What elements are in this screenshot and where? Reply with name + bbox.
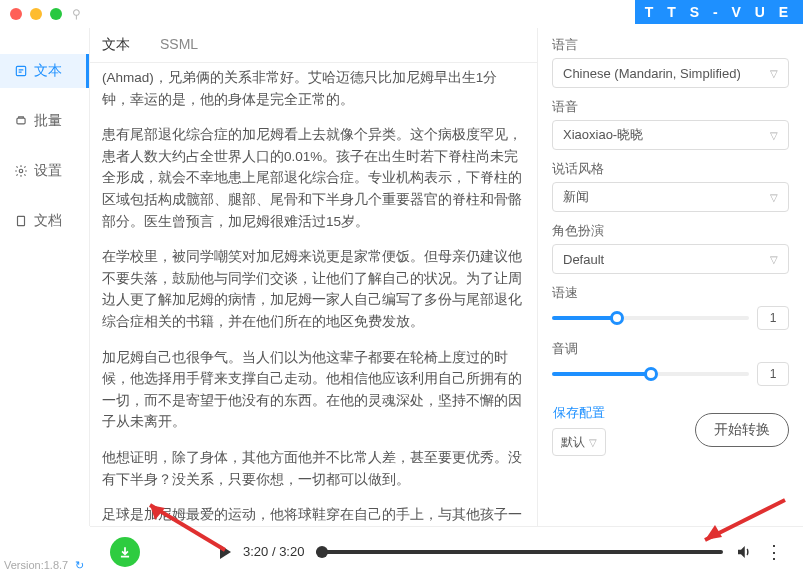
role-value: Default [563,252,604,267]
svg-point-2 [19,169,23,173]
pitch-label: 音调 [552,340,789,358]
text-editor[interactable]: (Ahmad)，兄弟俩的关系非常好。艾哈迈德只比加尼姆早出生1分钟，幸运的是，他… [90,63,537,526]
sidebar-item-label: 文档 [34,212,62,230]
style-select[interactable]: 新闻 ▽ [552,182,789,212]
role-label: 角色扮演 [552,222,789,240]
volume-button[interactable] [735,543,753,561]
speed-label: 语速 [552,284,789,302]
pitch-slider[interactable] [552,372,749,376]
role-select[interactable]: Default ▽ [552,244,789,274]
language-label: 语言 [552,36,789,54]
voice-value: Xiaoxiao-晓晓 [563,126,643,144]
tab-ssml[interactable]: SSML [160,36,198,54]
voice-label: 语音 [552,98,789,116]
sidebar-item-batch[interactable]: 批量 [0,104,89,138]
maximize-window[interactable] [50,8,62,20]
paragraph: 患有尾部退化综合症的加尼姆看上去就像个异类。这个病极度罕见，患者人数大约占全世界… [102,124,525,232]
batch-icon [14,114,28,128]
start-convert-button[interactable]: 开始转换 [695,413,789,447]
pin-icon[interactable]: ⚲ [72,7,81,21]
sidebar-item-label: 设置 [34,162,62,180]
style-label: 说话风格 [552,160,789,178]
speed-slider[interactable] [552,316,749,320]
pitch-value[interactable]: 1 [757,362,789,386]
speed-value[interactable]: 1 [757,306,789,330]
chevron-down-icon: ▽ [770,254,778,265]
style-value: 新闻 [563,188,589,206]
paragraph: 在学校里，被同学嘲笑对加尼姆来说更是家常便饭。但母亲仍建议他不要失落，鼓励他与同… [102,246,525,332]
language-select[interactable]: Chinese (Mandarin, Simplified) ▽ [552,58,789,88]
download-button[interactable] [110,537,140,567]
chevron-down-icon: ▽ [589,437,597,448]
preset-select[interactable]: 默认 ▽ [552,428,606,456]
more-menu[interactable]: ⋮ [765,541,783,563]
docs-icon [14,214,28,228]
app-brand: T T S - V U E [635,0,803,24]
version-label: Version:1.8.7 [4,559,68,571]
sidebar-item-text[interactable]: 文本 [0,54,89,88]
sidebar-item-label: 批量 [34,112,62,130]
svg-rect-3 [18,216,25,225]
close-window[interactable] [10,8,22,20]
voice-select[interactable]: Xiaoxiao-晓晓 ▽ [552,120,789,150]
save-config-link[interactable]: 保存配置 [552,404,606,422]
gear-icon [14,164,28,178]
tab-text[interactable]: 文本 [102,36,130,54]
paragraph: 足球是加尼姆最爱的运动，他将球鞋穿在自己的手上，与其他孩子一起踢球。潜水、滑板、… [102,504,525,526]
chevron-down-icon: ▽ [770,130,778,141]
sidebar-item-label: 文本 [34,62,62,80]
text-icon [14,64,28,78]
play-button[interactable] [220,545,231,559]
chevron-down-icon: ▽ [770,68,778,79]
sidebar-item-docs[interactable]: 文档 [0,204,89,238]
language-value: Chinese (Mandarin, Simplified) [563,66,741,81]
player-time: 3:20 / 3:20 [243,544,304,559]
paragraph: 他想证明，除了身体，其他方面他并不比常人差，甚至要更优秀。没有下半身？没关系，只… [102,447,525,490]
sidebar-item-settings[interactable]: 设置 [0,154,89,188]
minimize-window[interactable] [30,8,42,20]
chevron-down-icon: ▽ [770,192,778,203]
refresh-icon[interactable]: ↻ [75,559,84,571]
svg-rect-0 [16,66,25,75]
paragraph: (Ahmad)，兄弟俩的关系非常好。艾哈迈德只比加尼姆早出生1分钟，幸运的是，他… [102,67,525,110]
seek-bar[interactable] [316,550,723,554]
paragraph: 加尼姆自己也很争气。当人们以为他这辈子都要在轮椅上度过的时候，他选择用手臂来支撑… [102,347,525,433]
svg-rect-1 [17,118,25,124]
